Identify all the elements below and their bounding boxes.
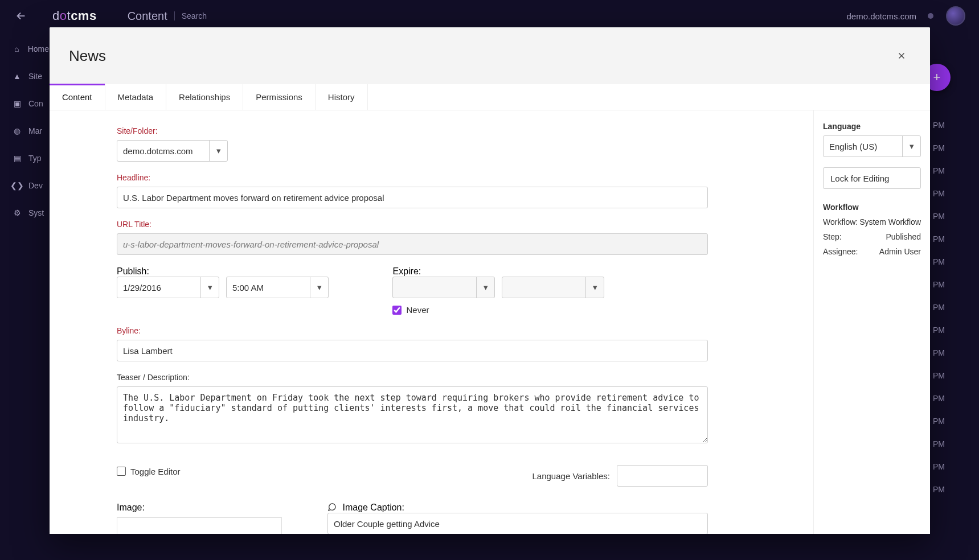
byline-label: Byline: [117, 326, 708, 335]
modal-header: News [50, 27, 930, 84]
never-label: Never [406, 305, 429, 315]
globe-icon: ◍ [13, 126, 22, 135]
current-site[interactable]: demo.dotcms.com [846, 11, 916, 21]
workflow-row: Assignee:Admin User [823, 247, 921, 256]
back-arrow-icon[interactable] [14, 9, 28, 23]
sidebar-item-label: Site [28, 72, 42, 81]
teaser-textarea[interactable] [117, 386, 708, 443]
sidebar-item-system[interactable]: ⚙Syst [0, 199, 49, 227]
workflow-row: Workflow:System Workflow [823, 217, 921, 227]
expire-label: Expire: [392, 266, 604, 277]
sidebar-item-content[interactable]: ▣Con [0, 90, 49, 117]
expire-time-select[interactable]: ▾ [502, 277, 604, 298]
home-icon: ⌂ [13, 44, 21, 53]
notifications-icon[interactable] [928, 13, 933, 19]
lang-vars-input[interactable] [617, 465, 708, 487]
section-subtitle: Search [174, 11, 207, 20]
workflow-header: Workflow [823, 203, 921, 212]
sidebar-item-site[interactable]: ▲Site [0, 63, 49, 90]
toggle-editor-label: Toggle Editor [130, 467, 181, 476]
app-sidebar: ⌂Home ▲Site ▣Con ◍Mar ▤Typ ❮❯Dev ⚙Syst [0, 32, 49, 560]
site-folder-value: demo.dotcms.com [117, 146, 209, 156]
site-folder-label: Site/Folder: [117, 126, 228, 135]
language-label: Language [823, 122, 921, 131]
sidebar-item-label: Home [28, 44, 49, 53]
tab-content[interactable]: Content [50, 84, 105, 110]
user-avatar[interactable] [946, 6, 965, 26]
section-title: Content [128, 10, 167, 23]
chevron-down-icon: ▾ [310, 277, 328, 298]
sidebar-item-label: Syst [28, 208, 44, 217]
language-value: English (US) [824, 142, 902, 151]
plus-icon: + [933, 70, 941, 85]
modal-side-panel: Language English (US) ▾ Lock for Editing… [814, 110, 930, 534]
sidebar-item-label: Mar [28, 126, 42, 135]
edit-content-modal: News Content Metadata Relationships Perm… [50, 27, 930, 534]
lang-vars-label: Language Variables: [532, 471, 611, 481]
url-title-input[interactable] [117, 233, 708, 255]
caption-icon [327, 503, 337, 512]
chevron-down-icon: ▾ [209, 141, 227, 161]
publish-time-value: 5:00 AM [227, 283, 310, 293]
publish-date-select[interactable]: 1/29/2016 ▾ [117, 277, 219, 298]
publish-label: Publish: [117, 266, 333, 277]
byline-input[interactable] [117, 340, 708, 361]
image-caption-label: Image Caption: [327, 503, 708, 513]
publish-date-value: 1/29/2016 [117, 283, 200, 293]
chevron-down-icon: ▾ [585, 277, 604, 298]
site-folder-select[interactable]: demo.dotcms.com ▾ [117, 140, 228, 162]
tab-metadata[interactable]: Metadata [105, 84, 167, 110]
chevron-down-icon: ▾ [476, 277, 494, 298]
sidebar-item-types[interactable]: ▤Typ [0, 145, 49, 172]
sidebar-item-label: Typ [28, 154, 42, 163]
headline-input[interactable] [117, 187, 708, 208]
publish-time-select[interactable]: 5:00 AM ▾ [226, 277, 329, 298]
sidebar-item-home[interactable]: ⌂Home [0, 35, 49, 63]
image-label: Image: [117, 503, 282, 513]
tab-permissions[interactable]: Permissions [243, 84, 316, 110]
language-select[interactable]: English (US) ▾ [823, 135, 921, 157]
chevron-down-icon: ▾ [200, 277, 219, 298]
file-icon: ▤ [13, 154, 22, 163]
close-icon [896, 51, 907, 61]
app-logo: dotcms [52, 9, 97, 23]
folder-icon: ▣ [13, 99, 22, 108]
sidebar-item-label: Dev [28, 181, 43, 190]
chevron-down-icon: ▾ [902, 136, 920, 157]
code-icon: ❮❯ [13, 181, 22, 190]
workflow-row: Step:Published [823, 232, 921, 241]
sidebar-item-dev[interactable]: ❮❯Dev [0, 172, 49, 199]
url-title-label: URL Title: [117, 220, 708, 229]
gear-icon: ⚙ [13, 208, 22, 217]
modal-title: News [69, 47, 106, 65]
image-caption-input[interactable] [327, 513, 708, 534]
sidebar-item-label: Con [28, 99, 43, 108]
toggle-editor-check[interactable]: Toggle Editor [117, 467, 181, 476]
headline-label: Headline: [117, 173, 708, 182]
form-area: Site/Folder: demo.dotcms.com ▾ Headline:… [50, 110, 814, 534]
image-thumbnail[interactable] [117, 517, 282, 534]
never-checkbox[interactable] [392, 306, 402, 315]
expire-date-select[interactable]: ▾ [392, 277, 495, 298]
modal-tabs: Content Metadata Relationships Permissio… [50, 84, 930, 110]
checkbox-icon [117, 467, 126, 476]
lock-for-editing-button[interactable]: Lock for Editing [823, 167, 921, 189]
sitemap-icon: ▲ [13, 72, 22, 81]
tab-history[interactable]: History [316, 84, 368, 110]
sidebar-item-marketing[interactable]: ◍Mar [0, 117, 49, 145]
teaser-label: Teaser / Description: [117, 373, 708, 382]
close-button[interactable] [892, 47, 911, 65]
tab-relationships[interactable]: Relationships [166, 84, 243, 110]
